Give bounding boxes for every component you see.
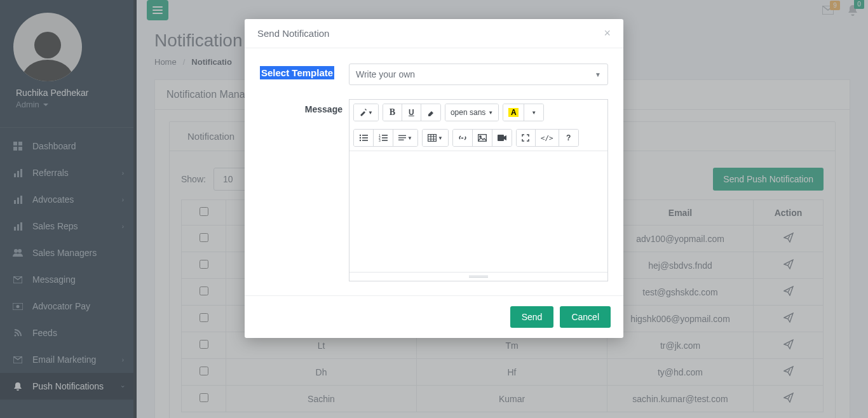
unordered-list-button[interactable] (354, 130, 374, 146)
svg-rect-31 (398, 137, 406, 138)
editor-resize-handle[interactable] (349, 272, 607, 281)
svg-rect-21 (362, 137, 368, 138)
ordered-list-button[interactable]: 123 (374, 130, 393, 146)
bold-button[interactable]: B (383, 104, 402, 121)
svg-rect-32 (398, 140, 404, 140)
editor-textarea[interactable] (349, 151, 607, 272)
svg-point-20 (360, 137, 361, 138)
send-button[interactable]: Send (510, 306, 554, 328)
svg-rect-27 (382, 137, 388, 138)
template-selected-value: Write your own (356, 69, 415, 79)
eraser-button[interactable] (421, 104, 440, 121)
svg-rect-23 (362, 140, 368, 141)
svg-text:3: 3 (379, 138, 381, 142)
help-button[interactable]: ? (559, 130, 578, 146)
send-notification-modal: Send Notification × Select Template Writ… (245, 19, 623, 338)
link-button[interactable] (453, 130, 473, 146)
svg-point-22 (360, 140, 361, 141)
codeview-button[interactable]: </> (536, 130, 559, 146)
svg-rect-29 (382, 140, 388, 141)
svg-rect-19 (362, 135, 368, 136)
magic-button[interactable]: ▼ (354, 104, 378, 121)
paragraph-button[interactable]: ▼ (393, 130, 417, 146)
select-template-label: Select Template (260, 66, 334, 79)
cancel-button[interactable]: Cancel (560, 306, 611, 328)
template-select[interactable]: Write your own ▼ (349, 64, 608, 85)
svg-rect-33 (428, 135, 437, 142)
font-family-select[interactable]: open sans ▼ (445, 104, 498, 121)
message-label: Message (260, 99, 342, 114)
underline-button[interactable]: U (402, 104, 421, 121)
close-icon[interactable]: × (604, 27, 611, 40)
svg-rect-25 (382, 135, 388, 136)
table-button[interactable]: ▼ (423, 130, 448, 146)
svg-point-18 (360, 135, 361, 136)
svg-rect-38 (478, 135, 487, 142)
modal-title: Send Notification (257, 28, 329, 39)
svg-point-39 (480, 136, 481, 137)
svg-rect-40 (498, 135, 504, 141)
editor-toolbar: ▼ B U open sans ▼ (349, 100, 607, 151)
font-color-button[interactable]: A (503, 104, 524, 121)
fullscreen-button[interactable] (517, 130, 536, 146)
font-color-more-button[interactable]: ▼ (524, 104, 543, 121)
caret-down-icon: ▼ (595, 71, 601, 78)
svg-rect-30 (398, 135, 406, 136)
picture-button[interactable] (473, 130, 492, 146)
rich-text-editor: ▼ B U open sans ▼ (349, 99, 608, 281)
video-button[interactable] (492, 130, 512, 146)
